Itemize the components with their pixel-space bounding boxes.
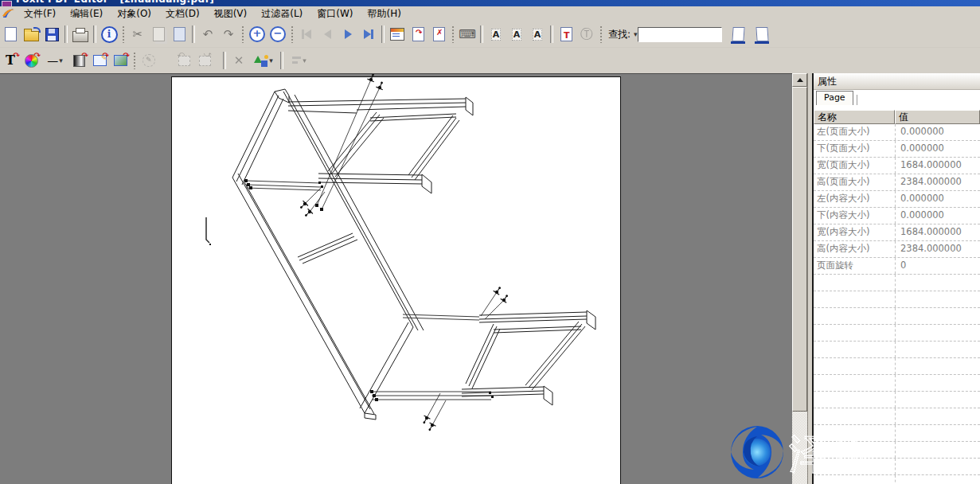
line-style-button[interactable]: —▾	[41, 51, 68, 70]
separator	[550, 25, 553, 43]
paste-button[interactable]	[169, 25, 189, 44]
print-button[interactable]	[70, 25, 91, 44]
panel-tabs: Page	[814, 90, 980, 105]
toolbar-drag-handle[interactable]	[133, 52, 136, 69]
insert-text-object-button[interactable]: T↷	[0, 51, 21, 70]
property-row[interactable]: 宽(内容大小)1684.000000	[814, 224, 980, 241]
delete-x-icon: ✕	[234, 55, 244, 67]
prev-page-icon	[324, 29, 331, 39]
menu-view[interactable]: 视图(V)	[207, 6, 255, 21]
insert-shading-button[interactable]: ↷	[68, 51, 89, 70]
prev-page-button[interactable]	[317, 25, 338, 44]
first-page-icon	[302, 27, 311, 42]
property-row-empty	[814, 408, 980, 425]
next-page-button[interactable]	[338, 25, 358, 44]
property-row[interactable]: 左(页面大小)0.000000	[814, 124, 980, 141]
undo-button[interactable]: ↶	[197, 25, 218, 44]
document-info-button[interactable]: i	[99, 25, 119, 44]
page-layout-button[interactable]	[387, 25, 408, 44]
align-icon	[292, 56, 302, 65]
font-subset-button[interactable]: A	[506, 25, 527, 44]
find-input[interactable]	[638, 27, 722, 42]
first-page-button[interactable]	[296, 25, 317, 44]
rotate-selection-left-icon: ⤺	[178, 56, 190, 66]
cut-scissors-icon: ✂	[133, 29, 143, 41]
scroll-up-button[interactable]	[792, 73, 807, 87]
tab-page[interactable]: Page	[816, 91, 853, 105]
printer-icon	[72, 31, 88, 42]
menu-document[interactable]: 文档(D)	[158, 6, 207, 21]
property-row[interactable]: 下(页面大小)0.000000	[814, 141, 980, 158]
column-header-value[interactable]: 值	[895, 110, 980, 124]
property-row-empty	[814, 392, 980, 408]
toolbar-drag-handle[interactable]	[599, 25, 603, 43]
delete-page-icon: ✗	[433, 27, 445, 41]
separator	[64, 25, 68, 43]
property-row[interactable]: 高(页面大小)2384.000000	[814, 174, 980, 191]
property-row[interactable]: 左(内容大小)0.000000	[814, 191, 980, 208]
toolbar-drag-handle[interactable]	[122, 25, 125, 43]
add-text-button[interactable]: T	[556, 25, 576, 44]
rotate-selection-right-icon: ⤻	[199, 56, 211, 66]
toolbar-drag-handle[interactable]	[451, 25, 455, 43]
rotate-object-right-button[interactable]: ⤻	[194, 51, 215, 70]
shapes-icon	[254, 55, 268, 67]
scrollbar-thumb[interactable]	[792, 87, 807, 412]
align-caret-icon[interactable]: ▾	[303, 57, 306, 64]
font-width-button[interactable]: A	[527, 25, 548, 44]
save-floppy-icon	[45, 28, 59, 41]
property-row-empty	[814, 275, 980, 291]
find-next-button[interactable]	[752, 25, 773, 44]
delete-object-button[interactable]: ✕	[228, 51, 249, 70]
rotate-page-button[interactable]: ↷	[408, 25, 428, 44]
rotate-object-left-button[interactable]: ⤺	[174, 51, 194, 70]
undo-arrow-icon: ↶	[203, 29, 213, 41]
edit-image-button[interactable]: ✎↷	[89, 51, 110, 70]
menu-edit[interactable]: 编辑(E)	[63, 6, 110, 21]
separator	[280, 52, 283, 69]
panel-splitter[interactable]	[807, 73, 814, 484]
menu-help[interactable]: 帮助(H)	[361, 6, 408, 21]
property-row[interactable]: 页面旋转0	[814, 258, 980, 275]
add-text-icon: T	[560, 27, 572, 41]
menu-window[interactable]: 窗口(W)	[310, 6, 360, 21]
property-row[interactable]: 下(内容大小)0.000000	[814, 208, 980, 224]
property-row[interactable]: 高(内容大小)2384.000000	[814, 241, 980, 258]
align-tool-button[interactable]: ▾	[286, 51, 313, 70]
properties-panel: 属性 Page 名称 值 左(页面大小)0.000000 下(页面大小)0.00…	[814, 73, 980, 484]
vertical-scrollbar[interactable]	[792, 73, 807, 484]
keyboard-button[interactable]: ⌨	[457, 25, 478, 44]
delete-page-button[interactable]: ✗	[428, 25, 449, 44]
new-button[interactable]	[0, 25, 21, 44]
zoom-in-button[interactable]: +	[247, 25, 267, 44]
document-area	[0, 73, 792, 484]
pdf-page[interactable]	[171, 76, 621, 484]
column-header-name[interactable]: 名称	[814, 110, 895, 124]
insert-color-object-button[interactable]: ↷	[21, 51, 41, 70]
toolbar-drag-handle[interactable]	[241, 25, 244, 43]
text-tool-button[interactable]: Ⓣ	[576, 25, 597, 44]
lasso-edit-button[interactable]: ✎	[139, 51, 159, 70]
property-row-empty	[814, 425, 980, 442]
shape-caret-icon[interactable]: ▾	[269, 57, 273, 64]
shape-tool-button[interactable]: ▾	[249, 51, 278, 70]
save-button[interactable]	[41, 25, 62, 44]
toolbar-drag-handle[interactable]	[291, 25, 294, 43]
find-prev-button[interactable]	[728, 25, 749, 44]
zoom-out-button[interactable]: −	[267, 25, 288, 44]
line-style-caret-icon[interactable]: ▾	[59, 57, 63, 64]
font-embed-button[interactable]: A	[486, 25, 506, 44]
last-page-button[interactable]	[358, 25, 379, 44]
separator	[192, 25, 195, 43]
separator	[381, 25, 385, 43]
menu-file[interactable]: 文件(F)	[17, 6, 63, 21]
property-row[interactable]: 宽(页面大小)1684.000000	[814, 158, 980, 174]
cut-button[interactable]: ✂	[127, 25, 148, 44]
insert-image-button[interactable]: ↷	[110, 51, 131, 70]
redo-button[interactable]: ↷	[218, 25, 239, 44]
open-button[interactable]	[21, 25, 41, 44]
menu-object[interactable]: 对象(O)	[110, 6, 158, 21]
copy-button[interactable]	[148, 25, 169, 44]
tab-divider	[857, 95, 859, 105]
menu-filter[interactable]: 过滤器(L)	[254, 6, 310, 21]
